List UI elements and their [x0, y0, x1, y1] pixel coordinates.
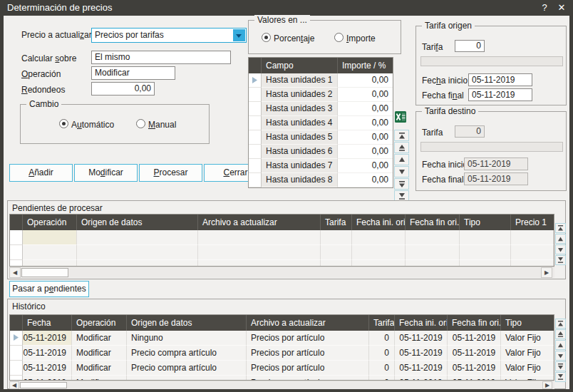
valores-row[interactable]: Hasta unidades 1 0,00 [249, 73, 393, 88]
importe-label: Importe [346, 33, 376, 43]
scroll-left-icon[interactable]: ◀ [9, 381, 19, 389]
scroll-left-icon[interactable]: ◀ [9, 267, 21, 278]
pendientes-hscrollbar[interactable]: ◀ ▶ [9, 267, 554, 278]
header-archivo: Archivo a actualizar [198, 215, 321, 230]
valores-table: Campo Importe / % Hasta unidades 1 0,00 … [248, 57, 393, 188]
current-row-marker-icon [14, 334, 19, 341]
historico-nav-first-button[interactable] [555, 319, 566, 329]
header-origen: Origen de datos [77, 215, 198, 230]
valores-row[interactable]: Hasta unidades 30,00 [249, 102, 393, 116]
tarifa-origen-field[interactable]: 0 [455, 40, 485, 52]
tarifa-origen-group-title: Tarifa origen [422, 21, 475, 31]
historico-nav-last-button[interactable] [555, 372, 566, 382]
fecha-inicio-origen-field[interactable]: 05-11-2019 [468, 73, 532, 86]
header-tarifa: Tarifa [369, 315, 395, 331]
nav-first-button[interactable] [394, 130, 409, 141]
nav-down-button[interactable] [394, 166, 409, 177]
historico-nav-page-down-button[interactable] [555, 361, 566, 371]
help-button[interactable]: ? [538, 0, 551, 16]
pendientes-hscroll-thumb[interactable] [21, 268, 68, 277]
pendientes-row[interactable] [10, 245, 554, 260]
calcular-sobre-field[interactable]: El mismo [91, 51, 231, 64]
historico-row[interactable]: 05-11-2019 Modificar Ninguno Precios por… [10, 331, 554, 346]
fecha-inicio-origen-label: Fecha inicio [422, 76, 468, 86]
pendientes-row[interactable] [10, 260, 554, 267]
nav-first-icon [557, 321, 564, 326]
nav-up-button[interactable] [394, 154, 409, 165]
valores-row[interactable]: Hasta unidades 70,00 [249, 159, 393, 173]
pendientes-nav-first-button[interactable] [555, 223, 566, 233]
header-fecha-ini: Fecha ini. ori. [395, 315, 448, 331]
nav-page-down-icon [557, 363, 564, 369]
header-precio1: Precio 1 [511, 215, 554, 230]
header-tipo: Tipo [501, 315, 554, 331]
nav-up-icon [398, 157, 406, 163]
redondeos-label: Redondeos [21, 85, 65, 95]
header-importe: Importe / % [338, 58, 393, 73]
combobox-dropdown-button[interactable] [233, 29, 245, 41]
close-button[interactable]: ✕ [554, 0, 569, 16]
historico-hscrollbar[interactable]: ◀ ▶ [9, 381, 554, 389]
header-archivo: Archivo a actualizar [247, 315, 369, 331]
precio-a-actualizar-combobox[interactable]: Precios por tarifas [91, 28, 247, 43]
historico-nav-down-button[interactable] [555, 351, 566, 361]
tarifa-destino-description-field [420, 142, 563, 152]
historico-row[interactable]: 05-11-2019 Modificar Precios por artícul… [10, 376, 554, 381]
nav-up-icon [557, 237, 564, 242]
historico-hscroll-thumb[interactable] [20, 382, 67, 388]
pasar-a-pendientes-button[interactable]: Pasar a pendientes [9, 281, 89, 297]
pendientes-table: Operación Origen de datos Archivo a actu… [9, 214, 554, 267]
price-determination-dialog: Determinación de precios ? ✕ Precio a ac… [0, 0, 573, 392]
operacion-field[interactable]: Modificar [91, 66, 175, 80]
modificar-button[interactable]: Modificar [74, 164, 138, 182]
header-operacion: Operación [23, 215, 77, 230]
historico-title: Histórico [12, 301, 46, 311]
valores-row[interactable]: Hasta unidades 50,00 [249, 130, 393, 145]
excel-export-button[interactable] [395, 111, 406, 123]
valores-row[interactable]: Hasta unidades 40,00 [249, 116, 393, 130]
nav-up-icon [557, 343, 564, 348]
scroll-right-icon[interactable]: ▶ [541, 267, 552, 278]
importe-radio[interactable] [334, 33, 344, 42]
header-origen: Origen de datos [127, 315, 247, 331]
manual-radio[interactable] [136, 119, 145, 128]
historico-row[interactable]: 05-11-2019 Modificar Precio compra artíc… [10, 346, 554, 361]
header-fecha-ini: Fecha ini. ori. [352, 215, 406, 230]
pendientes-nav-down-button[interactable] [555, 244, 566, 254]
nav-last-icon [398, 193, 406, 200]
header-fecha-fin: Fecha fin ori. [448, 315, 501, 331]
automatico-radio[interactable] [59, 119, 68, 128]
valores-en-group-title: Valores en ... [254, 15, 310, 25]
precio-a-actualizar-label: Precio a actualizar [21, 30, 92, 40]
nav-down-icon [557, 354, 564, 359]
row-selector-cell [249, 73, 262, 88]
header-selector-cell [249, 58, 262, 73]
header-operacion: Operación [72, 315, 127, 331]
valores-row[interactable]: Hasta unidades 60,00 [249, 145, 393, 159]
pendientes-nav-last-button[interactable] [555, 255, 566, 265]
nav-page-up-icon [557, 331, 564, 337]
dialog-title: Determinación de precios [7, 0, 112, 16]
porcentaje-radio[interactable] [262, 33, 271, 42]
anadir-button[interactable]: Añadir [9, 164, 73, 182]
tarifa-origen-group: Tarifa origen Tarifa 0 Fecha inicio 05-1… [415, 26, 567, 105]
valores-row[interactable]: Hasta unidades 80,00 [249, 173, 393, 187]
procesar-button[interactable]: Procesar [139, 164, 202, 182]
combobox-value: Precios por tarifas [95, 29, 232, 41]
tarifa-destino-group-title: Tarifa destino [422, 106, 478, 116]
nav-page-down-button[interactable] [394, 178, 409, 190]
valores-row[interactable]: Hasta unidades 20,00 [249, 88, 393, 102]
redondeos-field[interactable]: 0,00 [91, 82, 155, 96]
pendientes-row[interactable] [10, 230, 554, 245]
excel-icon [395, 111, 406, 123]
chevron-down-icon [236, 34, 242, 38]
scroll-right-icon[interactable]: ▶ [542, 381, 552, 389]
historico-nav-up-button[interactable] [555, 340, 566, 350]
fecha-final-origen-field[interactable]: 05-11-2019 [468, 88, 532, 101]
nav-page-up-button[interactable] [394, 142, 409, 153]
header-fecha: Fecha [23, 315, 72, 331]
historico-row[interactable]: 05-11-2019 Modificar Precio compra artíc… [10, 361, 554, 376]
pendientes-nav-up-button[interactable] [555, 234, 566, 244]
historico-nav-page-up-button[interactable] [555, 329, 566, 339]
fecha-inicio-destino-label: Fecha inicio [422, 160, 468, 170]
